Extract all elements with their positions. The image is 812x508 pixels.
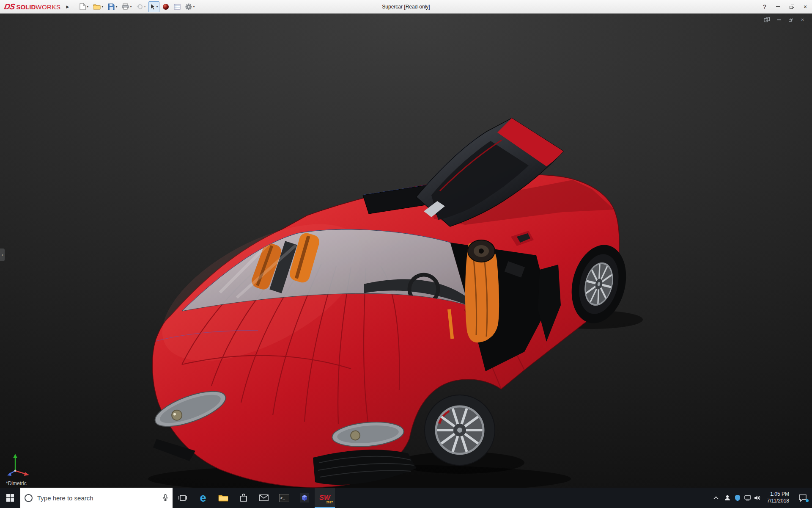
front-wheel (424, 395, 495, 466)
dropdown-icon[interactable]: ▾ (130, 5, 132, 8)
taskbar-clock[interactable]: 1:05 PM 7/11/2018 (763, 491, 794, 504)
security-tray-button[interactable] (732, 488, 743, 508)
featuremanager-flyout-tab[interactable]: ‹ (0, 248, 5, 261)
chevron-up-icon (713, 496, 719, 500)
menu-flyout-arrow-icon[interactable]: ▶ (64, 4, 71, 10)
taskbar-search[interactable] (20, 488, 173, 508)
print-icon (122, 3, 129, 10)
edge-icon: e (200, 492, 206, 504)
appearance-sphere-icon (162, 3, 169, 10)
minimize-document-button[interactable] (775, 17, 782, 23)
notification-badge (806, 499, 809, 502)
restore-button[interactable] (785, 0, 798, 13)
solidworks-app-icon: SW 2017 (319, 494, 330, 501)
cube-app-icon (300, 493, 309, 502)
new-document-icon (80, 3, 86, 10)
document-window-controls: × (763, 17, 806, 23)
undo-icon (136, 4, 143, 10)
solidworks-logo: DS SOLID WORKS (0, 2, 62, 11)
search-icon (25, 494, 33, 502)
close-button[interactable]: × (798, 0, 812, 13)
new-document-button[interactable]: ▾ (78, 1, 90, 12)
save-button[interactable]: ▾ (106, 1, 119, 12)
minimize-button[interactable] (771, 0, 785, 13)
sheet-icon (174, 4, 181, 10)
x-axis-arrow (24, 472, 29, 476)
options-button[interactable]: ▾ (184, 1, 196, 12)
people-tray-button[interactable] (722, 488, 732, 508)
action-center-button[interactable] (793, 494, 812, 502)
restore-document-button[interactable] (787, 17, 794, 23)
solidworks-app-button[interactable]: SW 2017 (315, 488, 335, 508)
orientation-triad (7, 452, 32, 477)
select-tool-button[interactable]: ▾ (148, 1, 159, 12)
edge-browser-button[interactable]: e (193, 488, 213, 508)
restore-icon (790, 5, 794, 9)
folder-icon (218, 494, 228, 502)
dropdown-icon[interactable]: ▾ (102, 5, 103, 8)
window-controls: ? × (758, 0, 812, 13)
dropdown-icon[interactable]: ▾ (193, 5, 195, 8)
open-document-button[interactable]: ▾ (91, 1, 105, 12)
print-button[interactable]: ▾ (120, 1, 133, 12)
store-button[interactable] (233, 488, 254, 508)
titlebar: DS SOLID WORKS ▶ ▾ ▾ ▾ ▾ ▾ ▾ (0, 0, 812, 14)
shield-icon (735, 494, 741, 501)
help-button[interactable]: ? (758, 0, 771, 13)
network-tray-button[interactable] (743, 488, 753, 508)
drawing-sheet-button[interactable] (172, 1, 182, 12)
select-cursor-icon (150, 3, 155, 10)
windows-taskbar: e >_ SW 2017 (0, 488, 812, 508)
dropdown-icon[interactable]: ▾ (87, 5, 88, 8)
appearance-button[interactable] (161, 1, 171, 12)
task-view-button[interactable] (173, 488, 193, 508)
minimize-icon (777, 19, 781, 20)
network-icon (744, 495, 751, 501)
dropdown-icon[interactable]: ▾ (144, 5, 145, 8)
minimize-icon (776, 6, 780, 7)
speaker-icon (754, 495, 761, 501)
undo-button[interactable]: ▾ (134, 1, 147, 12)
quick-access-toolbar: ▾ ▾ ▾ ▾ ▾ ▾ (78, 0, 196, 13)
dropdown-icon[interactable]: ▾ (156, 5, 158, 8)
brand-solid: SOLID (16, 3, 36, 11)
search-input[interactable] (36, 494, 159, 502)
system-tray: 1:05 PM 7/11/2018 (710, 488, 812, 508)
person-icon (724, 494, 731, 501)
split-windows-icon (764, 17, 770, 22)
console-icon: >_ (279, 494, 289, 502)
gear-icon (185, 3, 192, 10)
ds-logo-icon: DS (3, 2, 15, 11)
start-button[interactable] (0, 488, 20, 508)
clock-date: 7/11/2018 (767, 498, 790, 505)
dropdown-icon[interactable]: ▾ (115, 5, 117, 8)
mail-button[interactable] (254, 488, 274, 508)
supercar-3d-model (0, 13, 812, 488)
graphics-viewport[interactable]: × ‹ *Dimetric (0, 13, 812, 488)
y-axis-arrow (13, 454, 17, 458)
open-folder-icon (93, 3, 101, 10)
volume-tray-button[interactable] (753, 488, 763, 508)
new-window-button[interactable] (763, 17, 771, 23)
show-hidden-icons-button[interactable] (710, 488, 722, 508)
shopping-bag-icon (239, 493, 248, 502)
chevron-left-icon: ‹ (2, 253, 3, 257)
windows-logo-icon (6, 494, 14, 502)
file-explorer-button[interactable] (213, 488, 233, 508)
document-title: Supercar [Read-only] (382, 4, 430, 10)
brand-works: WORKS (36, 3, 60, 11)
command-prompt-button[interactable]: >_ (274, 488, 294, 508)
save-icon (108, 3, 115, 10)
viewer-app-button[interactable] (294, 488, 315, 508)
envelope-icon (259, 494, 269, 501)
restore-icon (789, 18, 793, 22)
microphone-icon[interactable] (162, 494, 168, 502)
view-orientation-label: *Dimetric (6, 480, 27, 486)
close-document-button[interactable]: × (799, 17, 806, 23)
clock-time: 1:05 PM (770, 491, 789, 498)
task-view-icon (178, 494, 187, 502)
